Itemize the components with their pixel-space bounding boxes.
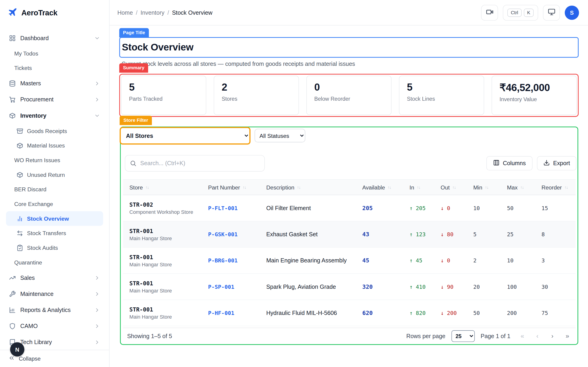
up-arrow-icon: ↑ [409, 257, 413, 263]
summary-value: ₹46,52,000 [500, 82, 569, 94]
reorder-cell: 15 [542, 205, 576, 211]
sidebar-item-dashboard[interactable]: Dashboard [6, 30, 103, 46]
sidebar-item-core-exchange[interactable]: Core Exchange [6, 197, 103, 211]
sidebar-item-material-issues[interactable]: Material Issues [6, 138, 103, 153]
columns-button[interactable]: Columns [486, 156, 533, 170]
store-cell: STR-001 Main Hangar Store [129, 306, 208, 320]
sidebar-item-masters[interactable]: Masters [6, 75, 103, 91]
sidebar-item-label: Quarantine [14, 259, 42, 266]
max-cell: 50 [507, 205, 541, 211]
sidebar-item-camo[interactable]: CAMO [6, 318, 103, 334]
column-header-available[interactable]: Available↑↓ [362, 184, 409, 190]
store-name: Main Hangar Store [129, 314, 208, 319]
column-header-part-number[interactable]: Part Number↑↓ [208, 184, 266, 190]
summary-label: Below Reorder [314, 96, 384, 102]
sidebar-item-maintenance[interactable]: Maintenance [6, 286, 103, 302]
part-number-link[interactable]: P-BRG-001 [208, 257, 266, 263]
export-button[interactable]: Export [537, 156, 576, 170]
part-number-link[interactable]: P-FLT-001 [208, 205, 266, 211]
down-arrow-icon: ↓ [441, 205, 444, 211]
search-icon [130, 160, 137, 167]
sidebar: AeroTrack Dashboard My Todos Tickets Mas… [0, 0, 110, 367]
sidebar-item-label: Unused Return [27, 172, 65, 178]
sidebar-item-label: Stock Audits [27, 244, 58, 251]
column-header-min[interactable]: Min↑↓ [473, 184, 507, 190]
breadcrumb-home[interactable]: Home [117, 9, 133, 16]
pagination-first-button[interactable]: « [516, 330, 528, 342]
floating-n-badge[interactable]: N [10, 342, 24, 357]
rows-per-page-select[interactable]: 25 [451, 330, 475, 342]
table-row[interactable]: STR-001 Main Hangar Store P-HF-001 Hydra… [123, 300, 576, 326]
out-value: 200 [447, 310, 457, 316]
column-header-reorder[interactable]: Reorder↑↓ [542, 184, 576, 190]
column-label: Out [441, 184, 450, 190]
sort-icon: ↑↓ [388, 185, 391, 190]
column-header-in[interactable]: In↑↓ [409, 184, 441, 190]
table-row[interactable]: STR-002 Component Workshop Store P-FLT-0… [123, 195, 576, 221]
sidebar-item-label: Goods Receipts [27, 128, 67, 134]
pagination-prev-button[interactable]: ‹ [531, 330, 543, 342]
sidebar-item-stock-overview[interactable]: Stock Overview [6, 211, 103, 226]
sidebar-item-inventory[interactable]: Inventory [6, 108, 103, 124]
available-cell: 205 [362, 205, 409, 211]
sidebar-item-tickets[interactable]: Tickets [6, 60, 103, 75]
max-cell: 100 [507, 284, 541, 290]
status-filter-select[interactable]: All Statuses [255, 129, 305, 142]
store-filter-select[interactable]: All Stores [121, 128, 250, 143]
part-number-link[interactable]: P-SP-001 [208, 284, 266, 290]
up-arrow-icon: ↑ [409, 284, 413, 290]
sidebar-item-wo-return-issues[interactable]: WO Return Issues [6, 153, 103, 167]
sidebar-item-unused-return[interactable]: Unused Return [6, 167, 103, 182]
table-header-row: Store↑↓ Part Number↑↓ Description↑↓ Avai… [123, 179, 576, 195]
summary-cards: 5 Parts Tracked 2 Stores 0 Below Reorder… [119, 74, 579, 117]
part-number-link[interactable]: P-GSK-001 [208, 231, 266, 237]
app-root: AeroTrack Dashboard My Todos Tickets Mas… [0, 0, 588, 367]
column-header-out[interactable]: Out↑↓ [441, 184, 473, 190]
sidebar-item-my-todos[interactable]: My Todos [6, 46, 103, 61]
sidebar-item-quarantine[interactable]: Quarantine [6, 255, 103, 270]
table-row[interactable]: STR-001 Main Hangar Store P-BRG-001 Main… [123, 248, 576, 274]
sidebar-item-label: Stock Overview [27, 215, 69, 222]
breadcrumb-inventory[interactable]: Inventory [141, 9, 164, 16]
down-arrow-icon: ↓ [441, 257, 444, 263]
column-label: Store [129, 184, 143, 190]
chevron-right-icon [94, 307, 100, 313]
plane-icon [8, 7, 18, 19]
column-header-description[interactable]: Description↑↓ [266, 184, 362, 190]
sidebar-item-procurement[interactable]: Procurement [6, 91, 103, 107]
sidebar-item-goods-receipts[interactable]: Goods Receipts [6, 124, 103, 138]
column-header-max[interactable]: Max↑↓ [507, 184, 541, 190]
column-label: In [409, 184, 414, 190]
database-icon [9, 80, 16, 87]
table-row[interactable]: STR-001 Main Hangar Store P-SP-001 Spark… [123, 274, 576, 300]
columns-icon [493, 159, 500, 167]
sidebar-item-stock-transfers[interactable]: Stock Transfers [6, 226, 103, 240]
collapse-label: Collapse [19, 355, 41, 362]
screen-record-button[interactable] [481, 5, 498, 20]
column-header-store[interactable]: Store↑↓ [129, 184, 208, 190]
up-arrow-icon: ↑ [409, 310, 413, 316]
part-number-link[interactable]: P-HF-001 [208, 310, 266, 316]
sidebar-item-label: Core Exchange [14, 201, 53, 207]
table-row[interactable]: STR-001 Main Hangar Store P-GSK-001 Exha… [123, 221, 576, 248]
package-icon [9, 112, 16, 119]
pagination-next-button[interactable]: › [546, 330, 558, 342]
store-name: Main Hangar Store [129, 235, 208, 241]
sidebar-item-reports-analytics[interactable]: Reports & Analytics [6, 302, 103, 318]
command-palette-button[interactable]: Ctrl K [503, 5, 538, 20]
sidebar-item-sales[interactable]: Sales [6, 270, 103, 286]
pagination-last-button[interactable]: » [561, 330, 573, 342]
main-area: Home / Inventory / Stock Overview Ctrl K… [110, 0, 588, 367]
brand-logo[interactable]: AeroTrack [0, 0, 109, 25]
user-avatar[interactable]: S [565, 6, 579, 20]
min-cell: 2 [473, 257, 507, 263]
search-input[interactable] [125, 155, 265, 172]
sidebar-item-stock-audits[interactable]: Stock Audits [6, 240, 103, 255]
display-mode-button[interactable] [543, 5, 560, 20]
sidebar-item-ber-discard[interactable]: BER Discard [6, 182, 103, 197]
sidebar-item-label: Masters [20, 80, 41, 87]
sort-icon: ↑↓ [564, 185, 568, 190]
page-subtitle: Current stock levels across all stores —… [121, 60, 355, 67]
in-value: 820 [416, 310, 426, 316]
summary-label: Stores [222, 96, 291, 102]
